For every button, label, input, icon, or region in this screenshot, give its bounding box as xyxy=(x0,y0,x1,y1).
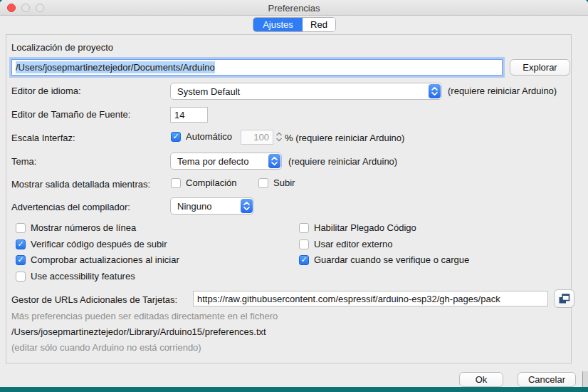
background-window-edge xyxy=(0,387,588,392)
line-numbers-label: Mostrar números de línea xyxy=(31,222,136,233)
board-urls-input[interactable]: https://raw.githubusercontent.com/espres… xyxy=(193,291,548,306)
option-save-on-verify: Guardar cuando se verifique o cargue xyxy=(299,254,469,265)
scale-stepper-icon xyxy=(275,129,283,145)
verify-after-upload-label: Verificar código después de subir xyxy=(31,239,167,249)
language-restart-note: (requiere reiniciar Arduino) xyxy=(448,86,557,96)
theme-label: Tema: xyxy=(11,156,36,167)
code-folding-checkbox[interactable] xyxy=(299,223,309,233)
check-updates-checkbox[interactable] xyxy=(16,255,26,265)
verbose-compile-row: Compilación xyxy=(171,177,237,188)
scale-restart-note: % (requiere reiniciar Arduino) xyxy=(285,133,404,143)
ok-button[interactable]: Ok xyxy=(459,372,503,387)
scale-automatic-label: Automático xyxy=(186,131,232,142)
editor-language-label: Editor de idioma: xyxy=(11,86,81,96)
tab-bar: Ajustes Red xyxy=(253,17,336,32)
external-editor-label: Usar editor externo xyxy=(314,239,393,249)
verbose-output-label: Mostrar salida detallada mientras: xyxy=(11,179,150,190)
accessibility-checkbox[interactable] xyxy=(16,272,26,282)
verbose-compile-checkbox[interactable] xyxy=(171,178,181,188)
new-window-icon xyxy=(558,293,570,305)
interface-scale-label: Escala Interfaz: xyxy=(11,133,75,143)
save-on-verify-checkbox[interactable] xyxy=(299,255,309,265)
compiler-warnings-value: Ninguno xyxy=(177,201,211,212)
theme-select[interactable]: Tema por defecto xyxy=(170,153,282,170)
browse-button[interactable]: Explorar xyxy=(510,59,570,76)
sketchbook-location-label: Localización de proyecto xyxy=(11,42,113,53)
verbose-upload-label: Subir xyxy=(273,177,295,188)
option-verify-after-upload: Verificar código después de subir xyxy=(16,239,167,249)
tab-network[interactable]: Red xyxy=(303,18,335,31)
code-folding-label: Habilitar Plegado Código xyxy=(314,222,416,233)
tab-settings[interactable]: Ajustes xyxy=(253,18,303,31)
footer-note-line3: (editar sólo cuando Arduino no está corr… xyxy=(11,342,201,353)
editor-language-value: System Default xyxy=(177,86,240,97)
editor-language-select[interactable]: System Default xyxy=(170,83,442,100)
verify-after-upload-checkbox[interactable] xyxy=(16,239,26,249)
option-code-folding: Habilitar Plegado Código xyxy=(299,222,416,233)
preferences-dialog: Preferencias Ajustes Red Localización de… xyxy=(0,0,588,387)
cancel-button[interactable]: Cancelar xyxy=(518,372,576,387)
popup-stepper-icon xyxy=(429,84,441,98)
sketchbook-location-input[interactable]: /Users/josepmartineztejedor/Documents/Ar… xyxy=(11,59,503,76)
theme-value: Tema por defecto xyxy=(177,156,248,167)
line-numbers-checkbox[interactable] xyxy=(16,223,26,233)
background-window-scrollbar xyxy=(582,371,588,387)
check-updates-label: Comprobar actualizaciones al iniciar xyxy=(31,254,179,265)
board-urls-dialog-button[interactable] xyxy=(554,289,574,308)
external-editor-checkbox[interactable] xyxy=(299,239,309,249)
verbose-upload-checkbox[interactable] xyxy=(258,178,268,188)
scale-automatic-checkbox[interactable] xyxy=(171,132,181,142)
footer-note-line1: Más preferencias pueden ser editadas dir… xyxy=(11,311,278,321)
popup-stepper-icon xyxy=(241,199,253,213)
save-on-verify-label: Guardar cuando se verifique o cargue xyxy=(314,254,469,265)
accessibility-label: Use accessibility features xyxy=(31,271,135,282)
popup-stepper-icon xyxy=(268,154,280,168)
font-size-input[interactable]: 14 xyxy=(170,107,208,123)
window-title: Preferencias xyxy=(0,3,588,14)
scale-value-input: 100 xyxy=(241,130,273,145)
option-external-editor: Usar editor externo xyxy=(299,239,393,249)
verbose-upload-row: Subir xyxy=(258,177,295,188)
compiler-warnings-select[interactable]: Ninguno xyxy=(170,197,254,215)
option-line-numbers: Mostrar números de línea xyxy=(16,222,136,233)
compiler-warnings-label: Advertencias del compilador: xyxy=(11,202,130,212)
theme-restart-note: (requiere reiniciar Arduino) xyxy=(288,156,397,167)
option-check-updates: Comprobar actualizaciones al iniciar xyxy=(16,254,179,265)
preferences-file-path: /Users/josepmartineztejedor/Library/Ardu… xyxy=(11,326,266,337)
verbose-compile-label: Compilación xyxy=(186,177,237,188)
title-bar: Preferencias xyxy=(0,0,588,16)
sketchbook-location-value: /Users/josepmartineztejedor/Documents/Ar… xyxy=(16,61,215,73)
font-size-label: Editor de Tamaño de Fuente: xyxy=(11,109,130,120)
scale-automatic-row: Automático xyxy=(171,131,232,142)
option-accessibility: Use accessibility features xyxy=(16,271,135,282)
board-urls-label: Gestor de URLs Adicionales de Tarjetas: xyxy=(11,294,177,305)
